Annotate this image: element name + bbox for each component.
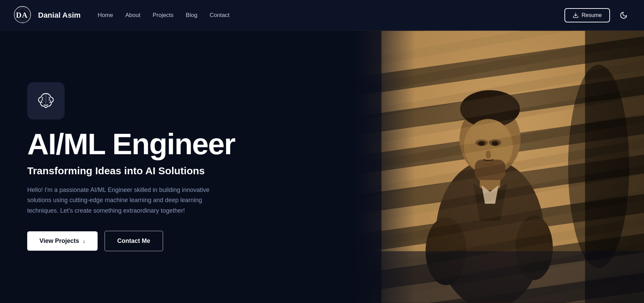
svg-rect-28 (475, 160, 505, 180)
nav-link-home[interactable]: Home (98, 12, 113, 19)
navbar-left: D A Danial Asim Home About Projects Blog… (14, 6, 230, 25)
theme-toggle-button[interactable] (617, 8, 630, 22)
nav-link-about[interactable]: About (125, 12, 140, 19)
logo[interactable]: D A (14, 6, 31, 25)
brain-icon-box (27, 82, 65, 120)
hero-image (354, 31, 644, 303)
hero-subtitle: Transforming Ideas into AI Solutions (27, 165, 327, 177)
nav-links: Home About Projects Blog Contact (98, 12, 230, 19)
hero-section: AI/ML Engineer Transforming Ideas into A… (0, 31, 644, 303)
contact-me-button[interactable]: Contact Me (104, 231, 163, 251)
navbar-right: Resume (564, 8, 630, 22)
svg-point-32 (492, 141, 498, 146)
moon-icon (620, 11, 628, 19)
hero-buttons: View Projects ↓ Contact Me (27, 231, 327, 251)
resume-button[interactable]: Resume (564, 8, 610, 22)
site-name: Danial Asim (38, 11, 81, 20)
svg-text:D: D (16, 11, 21, 19)
nav-link-contact[interactable]: Contact (209, 12, 230, 19)
svg-point-31 (478, 141, 485, 146)
hero-content: AI/ML Engineer Transforming Ideas into A… (0, 31, 354, 303)
navbar: D A Danial Asim Home About Projects Blog… (0, 0, 644, 31)
hero-description: Hello! I'm a passionate AI/ML Engineer s… (27, 185, 231, 216)
hero-title: AI/ML Engineer (27, 129, 327, 159)
svg-point-33 (486, 150, 491, 159)
download-icon (573, 12, 579, 18)
view-projects-button[interactable]: View Projects ↓ (27, 231, 98, 251)
nav-link-projects[interactable]: Projects (153, 12, 173, 19)
nav-link-blog[interactable]: Blog (186, 12, 197, 19)
brain-icon (36, 91, 56, 111)
arrow-down-icon: ↓ (83, 238, 85, 244)
hero-fade-overlay (354, 31, 416, 303)
svg-point-17 (568, 65, 629, 268)
